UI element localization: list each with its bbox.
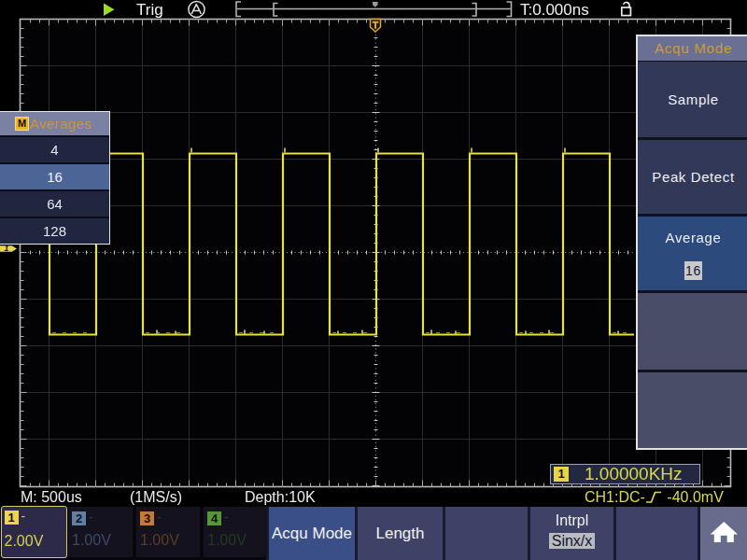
svg-text:1: 1 [5,244,9,253]
